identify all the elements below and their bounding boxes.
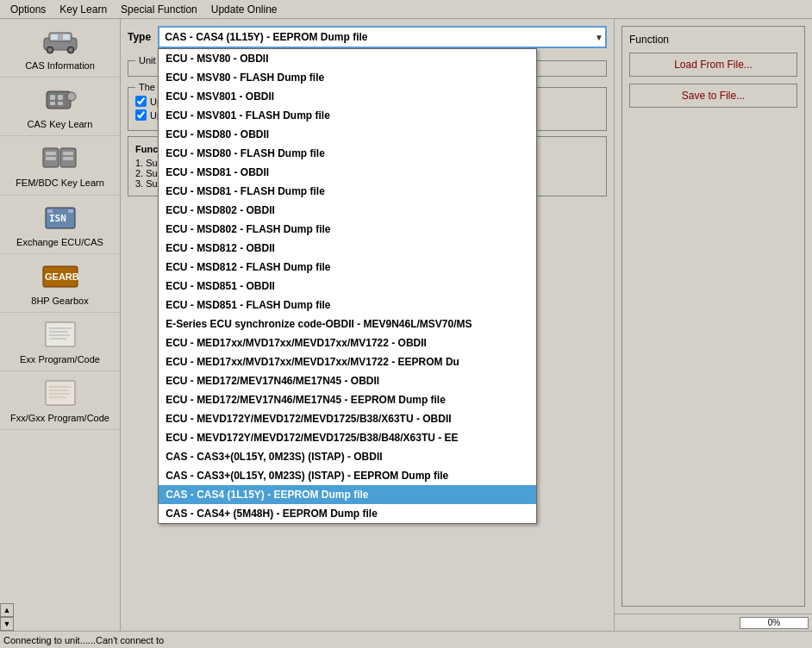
svg-rect-12 (58, 102, 63, 105)
sidebar: CAS Information CAS Key Learn (0, 19, 121, 631)
dropdown-item-6[interactable]: ECU - MSD81 - OBDII (159, 163, 536, 182)
load-from-file-button[interactable]: Load From File... (629, 53, 797, 77)
dropdown-item-22[interactable]: CAS - CAS3+(0L15Y, 0M23S) (ISTAP) - EEPR… (159, 466, 536, 485)
exchange-ecu-label: Exchange ECU/CAS (16, 237, 103, 248)
key-icon (40, 83, 81, 117)
svg-point-7 (69, 48, 72, 52)
sidebar-item-gearbox[interactable]: GEARBOX 8HP Gearbox (0, 254, 120, 313)
svg-text:ISN: ISN (49, 213, 66, 224)
sidebar-scroll-up[interactable]: ▲ (0, 603, 14, 617)
dropdown-item-1[interactable]: ECU - MSV80 - FLASH Dump file (159, 68, 536, 87)
dropdown-item-24[interactable]: CAS - CAS4+ (5M48H) - EEPROM Dump file (159, 504, 536, 523)
dropdown-item-15[interactable]: ECU - MED17xx/MVD17xx/MEVD17xx/MV1722 - … (159, 333, 536, 352)
svg-rect-2 (51, 34, 58, 40)
dropdown-item-12[interactable]: ECU - MSD851 - OBDII (159, 277, 536, 296)
fem-bdc-label: FEM/BDC Key Learn (16, 178, 104, 189)
svg-rect-9 (50, 95, 55, 100)
sidebar-scroll-down[interactable]: ▼ (0, 617, 14, 631)
sidebar-item-cas-key-learn[interactable]: CAS Key Learn (0, 78, 120, 136)
update1-checkbox[interactable] (135, 96, 147, 107)
svg-rect-16 (46, 152, 56, 155)
svg-rect-26 (46, 322, 75, 346)
status-text: Connecting to unit......Can't connect to (3, 635, 809, 645)
svg-rect-17 (46, 157, 56, 160)
dropdown-item-16[interactable]: ECU - MED17xx/MVD17xx/MEVD17xx/MV1722 - … (159, 352, 536, 371)
dropdown-item-20[interactable]: ECU - MEVD172Y/MEVD172/MEVD1725/B38/B48/… (159, 428, 536, 447)
dropdown-item-2[interactable]: ECU - MSV801 - OBDII (159, 87, 536, 106)
svg-rect-10 (58, 95, 63, 100)
dropdown-list[interactable]: ECU - MSV80 - OBDII ECU - MSV80 - FLASH … (158, 48, 537, 524)
right-panel: Function Load From File... Save to File.… (614, 19, 812, 631)
type-select-value: CAS - CAS4 (1L15Y) - EEPROM Dump file (165, 31, 367, 43)
sidebar-item-exchange-ecu[interactable]: ISN Exchange ECU/CAS (0, 196, 120, 254)
fem-icon (40, 141, 81, 176)
svg-point-13 (67, 92, 76, 101)
svg-rect-3 (63, 34, 70, 40)
dropdown-item-3[interactable]: ECU - MSV801 - FLASH Dump file (159, 106, 536, 125)
dropdown-item-0[interactable]: ECU - MSV80 - OBDII (159, 49, 536, 68)
sidebar-item-fem-bdc[interactable]: FEM/BDC Key Learn (0, 136, 120, 195)
dropdown-item-13[interactable]: ECU - MSD851 - FLASH Dump file (159, 296, 536, 315)
fxx-gxx-label: Fxx/Gxx Program/Code (10, 413, 109, 424)
type-label: Type (128, 31, 151, 43)
sidebar-item-exx[interactable]: Exx Program/Code (0, 313, 120, 371)
update2-checkbox[interactable] (135, 109, 147, 121)
svg-rect-19 (63, 157, 73, 160)
svg-rect-22 (47, 209, 53, 213)
menu-update-online[interactable]: Update Online (204, 2, 284, 17)
menu-bar: Options Key Learn Special Function Updat… (0, 0, 812, 19)
dropdown-item-7[interactable]: ECU - MSD81 - FLASH Dump file (159, 182, 536, 201)
content-area: Type CAS - CAS4 (1L15Y) - EEPROM Dump fi… (121, 19, 614, 631)
save-to-file-button[interactable]: Save to File... (629, 84, 797, 108)
right-panel-title: Function (629, 34, 797, 46)
type-selector-container: CAS - CAS4 (1L15Y) - EEPROM Dump file ▼ … (158, 26, 607, 48)
menu-key-learn[interactable]: Key Learn (53, 2, 114, 17)
svg-rect-11 (50, 102, 55, 105)
dropdown-item-23[interactable]: CAS - CAS4 (1L15Y) - EEPROM Dump file (159, 485, 536, 504)
exx-label: Exx Program/Code (20, 354, 100, 365)
dropdown-item-9[interactable]: ECU - MSD802 - FLASH Dump file (159, 220, 536, 239)
sidebar-item-fxx-gxx[interactable]: Fxx/Gxx Program/Code (0, 371, 120, 430)
fxx-icon (40, 377, 81, 411)
progress-bar: 0% (740, 617, 809, 629)
svg-point-6 (48, 48, 52, 52)
ecu-icon: ISN (40, 201, 81, 235)
svg-text:GEARBOX: GEARBOX (45, 271, 79, 282)
progress-text: 0% (768, 618, 780, 627)
cas-info-label: CAS Information (25, 60, 95, 72)
status-bar: Connecting to unit......Can't connect to (0, 631, 812, 648)
dropdown-item-10[interactable]: ECU - MSD812 - OBDII (159, 239, 536, 258)
svg-rect-18 (63, 152, 73, 155)
type-select-display[interactable]: CAS - CAS4 (1L15Y) - EEPROM Dump file ▼ (158, 26, 607, 48)
menu-special-function[interactable]: Special Function (114, 2, 204, 17)
dropdown-item-18[interactable]: ECU - MED172/MEV17N46/ME17N45 - EEPROM D… (159, 390, 536, 409)
car-icon (40, 24, 81, 59)
top-panel: Type CAS - CAS4 (1L15Y) - EEPROM Dump fi… (121, 19, 614, 55)
dropdown-item-11[interactable]: ECU - MSD812 - FLASH Dump file (159, 258, 536, 277)
menu-options[interactable]: Options (3, 2, 53, 17)
dropdown-item-14[interactable]: E-Series ECU synchronize code-OBDII - ME… (159, 315, 536, 333)
exx-icon (40, 318, 81, 352)
dropdown-item-5[interactable]: ECU - MSD80 - FLASH Dump file (159, 144, 536, 163)
right-panel-function-box: Function Load From File... Save to File.… (621, 26, 805, 607)
gearbox-icon: GEARBOX (40, 259, 81, 294)
svg-rect-23 (68, 209, 73, 213)
dropdown-item-21[interactable]: CAS - CAS3+(0L15Y, 0M23S) (ISTAP) - OBDI… (159, 447, 536, 466)
cas-key-learn-label: CAS Key Learn (28, 119, 93, 130)
sidebar-scroll[interactable]: CAS Information CAS Key Learn (0, 19, 120, 603)
dropdown-item-19[interactable]: ECU - MEVD172Y/MEVD172/MEVD1725/B38/X63T… (159, 409, 536, 428)
svg-rect-31 (46, 381, 75, 405)
dropdown-item-17[interactable]: ECU - MED172/MEV17N46/ME17N45 - OBDII (159, 371, 536, 390)
gearbox-label: 8HP Gearbox (31, 296, 88, 307)
dropdown-item-4[interactable]: ECU - MSD80 - OBDII (159, 125, 536, 144)
main-layout: CAS Information CAS Key Learn (0, 19, 812, 631)
sidebar-item-cas-info[interactable]: CAS Information (0, 19, 120, 78)
dropdown-arrow-icon: ▼ (595, 33, 603, 42)
dropdown-item-8[interactable]: ECU - MSD802 - OBDII (159, 201, 536, 220)
